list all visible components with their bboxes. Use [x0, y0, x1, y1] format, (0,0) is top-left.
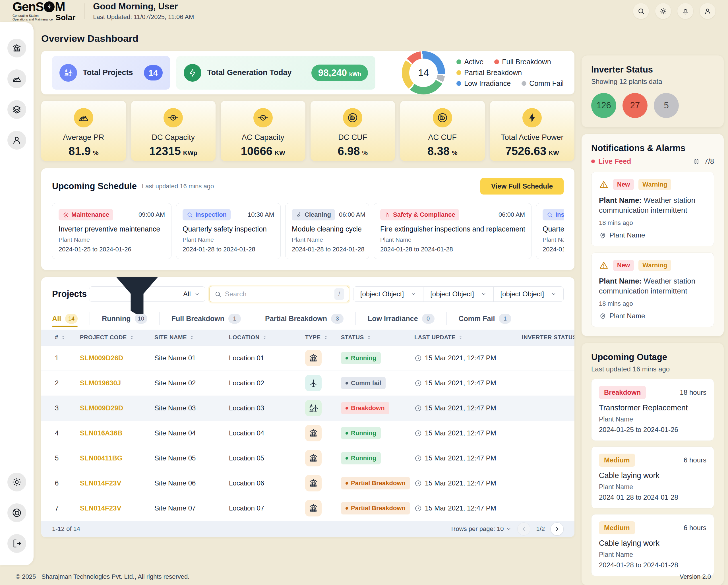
status-dot — [345, 457, 348, 460]
column-header[interactable]: LOCATION — [215, 330, 291, 346]
projects-tab[interactable]: Running 10 — [89, 312, 159, 325]
schedule-date-range: 2024-01-28 to 2024-01-28 — [543, 246, 564, 253]
schedule-card[interactable]: Maintenance 09:00 AM Inverter preventive… — [52, 203, 172, 259]
filter-all-dropdown[interactable]: All — [89, 286, 205, 302]
row-number: 3 — [41, 396, 66, 421]
site-name: Site Name 05 — [141, 446, 215, 471]
funnel-icon — [95, 277, 180, 337]
header-action-button[interactable] — [677, 3, 693, 19]
schedule-card[interactable]: Cleaning 06:00 AM Module cleaning cycle … — [285, 203, 369, 259]
header-action-button[interactable] — [655, 3, 671, 19]
project-code-link[interactable]: SLM019630J — [66, 371, 141, 396]
project-code-link[interactable]: SLN00411BG — [66, 446, 141, 471]
kpi-card: AC Capacity 10666 KW — [221, 101, 306, 161]
notification-card[interactable]: New Warning Plant Name: Weather station … — [591, 253, 714, 327]
column-header[interactable]: INVERTER STATUS — [505, 330, 574, 346]
header-action-button[interactable] — [633, 3, 649, 19]
project-code-link[interactable]: SLM009D26D — [66, 346, 141, 371]
projects-tab[interactable]: Comm Fail 1 — [446, 312, 523, 325]
filter-dropdown[interactable]: [object Object] — [354, 287, 423, 302]
prev-page-button[interactable] — [517, 523, 530, 535]
sidebar-item[interactable] — [7, 69, 26, 88]
projects-tab[interactable]: Low Irradiance 0 — [356, 312, 446, 325]
last-update-cell: 15 Mar 2021, 12:47 PM — [414, 454, 505, 462]
site-name: Site Name 01 — [141, 346, 215, 371]
chevron-down-icon — [481, 291, 487, 297]
header-action-button[interactable] — [700, 3, 716, 19]
projects-title: Projects — [52, 289, 87, 299]
sidebar-bottom-group — [7, 473, 26, 553]
schedule-card[interactable]: Inspection Quarterly safety inspection P… — [536, 203, 564, 259]
notification-card[interactable]: New Warning Plant Name: Weather station … — [591, 172, 714, 246]
projects-tab[interactable]: Partial Breakdown 3 — [253, 312, 356, 325]
project-code-link[interactable]: SLM009D29D — [66, 396, 141, 421]
last-update-cell: 15 Mar 2021, 12:47 PM — [414, 404, 505, 412]
notification-title: Plant Name: Weather station communicatio… — [599, 195, 706, 215]
legend-dot — [522, 81, 526, 86]
kpi-icon — [522, 108, 542, 127]
outage-date-range: 2024-01-25 to 2024-01-26 — [599, 426, 706, 434]
sidebar-item[interactable] — [7, 503, 26, 522]
projects-tab[interactable]: Full Breakdown 1 — [159, 312, 253, 325]
live-feed-dot — [591, 159, 595, 163]
plant-type-icon — [305, 350, 322, 366]
schedule-category-badge: Inspection — [543, 209, 564, 221]
schedule-card[interactable]: Inspection 10:30 AM Quarterly safety ins… — [176, 203, 281, 259]
schedule-plant: Plant Name — [58, 236, 165, 243]
location: Location 07 — [215, 496, 291, 521]
sidebar-item[interactable] — [7, 131, 26, 150]
project-code-link[interactable]: SLN016A36B — [66, 421, 141, 446]
search-input[interactable] — [225, 290, 331, 298]
notifications-panel: Notifications & Alarms Live Feed 7/8 New… — [581, 134, 724, 336]
location: Location 05 — [215, 446, 291, 471]
column-header[interactable]: LAST UPDATE — [401, 330, 505, 346]
clock-icon — [414, 455, 422, 462]
schedule-plant: Plant Name — [292, 236, 363, 243]
upcoming-outage-panel: Upcoming Outage Last updated 16 mins ago… — [581, 343, 724, 585]
column-header[interactable]: # — [41, 330, 66, 346]
sidebar-item[interactable] — [7, 100, 26, 119]
project-code-link[interactable]: SLN014F23V — [66, 496, 141, 521]
total-projects-value: 14 — [144, 65, 163, 80]
schedule-date-range: 2024-01-28 to 2024-01-28 — [380, 246, 525, 253]
outage-card[interactable]: Medium 6 hours Cable laying work Plant N… — [591, 514, 714, 576]
sidebar-item-icon — [12, 508, 22, 518]
view-full-schedule-button[interactable]: View Full Schedule — [480, 178, 564, 195]
next-page-button[interactable] — [550, 523, 564, 535]
sidebar-item[interactable] — [7, 473, 26, 491]
location-pin-icon — [599, 312, 606, 320]
projects-tab[interactable]: All 14 — [52, 312, 89, 325]
filter-dropdown[interactable]: [object Object] — [423, 287, 493, 302]
sidebar-item-icon — [12, 74, 22, 84]
pause-icon[interactable] — [693, 158, 700, 165]
page-indicator: 1/2 — [536, 525, 545, 533]
clock-icon — [414, 505, 422, 512]
inverter-status-title: Inverter Status — [591, 65, 714, 75]
sidebar-item[interactable] — [7, 39, 26, 57]
location: Location 03 — [215, 396, 291, 421]
outage-card[interactable]: Medium 6 hours Cable laying work Plant N… — [591, 447, 714, 509]
header-action-icon — [682, 7, 689, 15]
project-code-link[interactable]: SLN014F23V — [66, 471, 141, 496]
column-header[interactable]: STATUS — [327, 330, 401, 346]
legend-item: Low Irradiance — [457, 79, 511, 87]
table-row: 3 SLM009D29D Site Name 03 Location 03 Br… — [41, 396, 574, 421]
sidebar-item-icon — [12, 135, 22, 145]
chevron-down-icon — [411, 291, 416, 297]
row-number: 4 — [41, 421, 66, 446]
schedule-card[interactable]: Safety & Compliance 06:00 AM Fire exting… — [374, 203, 531, 259]
version-text: Version 2.0 — [680, 573, 711, 581]
brand-logo: GenS M Generating Station Operations and… — [12, 1, 75, 22]
filter-dropdown[interactable]: [object Object] — [493, 287, 563, 302]
schedule-time: 10:30 AM — [244, 211, 274, 219]
column-header[interactable]: TYPE — [291, 330, 327, 346]
status-badge: Comm fail — [341, 377, 386, 389]
outage-plant: Plant Name — [599, 551, 706, 559]
notification-plant: Plant Name — [609, 312, 645, 320]
rows-per-page-select[interactable]: Rows per page: 10 — [451, 525, 512, 533]
inverter-count-circle: 27 — [623, 93, 648, 118]
outage-card[interactable]: Breakdown 18 hours Transformer Replaceme… — [591, 379, 714, 441]
sidebar-item[interactable] — [7, 534, 26, 553]
legend-dot — [457, 59, 461, 64]
schedule-category-badge: Cleaning — [292, 209, 335, 221]
